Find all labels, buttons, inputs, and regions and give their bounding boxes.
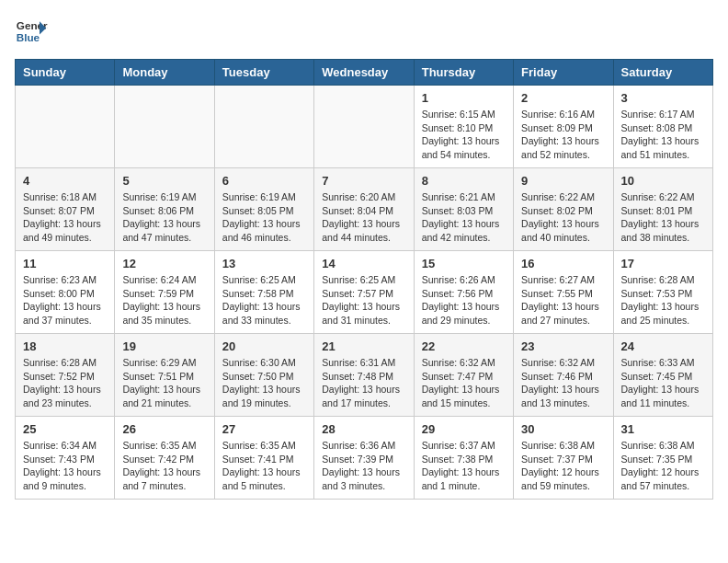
calendar-cell: 28Sunrise: 6:36 AM Sunset: 7:39 PM Dayli… bbox=[314, 417, 414, 500]
day-info: Sunrise: 6:15 AM Sunset: 8:10 PM Dayligh… bbox=[422, 108, 506, 162]
day-number: 10 bbox=[621, 174, 705, 188]
calendar-cell: 22Sunrise: 6:32 AM Sunset: 7:47 PM Dayli… bbox=[414, 334, 513, 417]
weekday-header-tuesday: Tuesday bbox=[214, 60, 313, 86]
day-number: 26 bbox=[122, 422, 206, 436]
day-number: 25 bbox=[23, 422, 107, 436]
day-number: 23 bbox=[521, 339, 605, 353]
page-header: General Blue bbox=[15, 15, 713, 48]
calendar-cell: 21Sunrise: 6:31 AM Sunset: 7:48 PM Dayli… bbox=[314, 334, 414, 417]
calendar-cell: 20Sunrise: 6:30 AM Sunset: 7:50 PM Dayli… bbox=[214, 334, 313, 417]
day-number: 5 bbox=[122, 174, 206, 188]
weekday-header-monday: Monday bbox=[115, 60, 214, 86]
day-info: Sunrise: 6:28 AM Sunset: 7:53 PM Dayligh… bbox=[621, 273, 705, 327]
day-number: 24 bbox=[621, 339, 705, 353]
day-info: Sunrise: 6:33 AM Sunset: 7:45 PM Dayligh… bbox=[621, 356, 705, 410]
calendar-cell: 2Sunrise: 6:16 AM Sunset: 8:09 PM Daylig… bbox=[514, 86, 613, 168]
day-number: 15 bbox=[422, 257, 506, 270]
calendar-cell: 31Sunrise: 6:38 AM Sunset: 7:35 PM Dayli… bbox=[613, 417, 712, 500]
day-number: 8 bbox=[422, 174, 506, 188]
calendar-week-4: 18Sunrise: 6:28 AM Sunset: 7:52 PM Dayli… bbox=[16, 334, 713, 417]
day-number: 20 bbox=[222, 339, 306, 353]
day-info: Sunrise: 6:28 AM Sunset: 7:52 PM Dayligh… bbox=[23, 356, 107, 410]
day-number: 2 bbox=[521, 91, 605, 105]
calendar-cell: 24Sunrise: 6:33 AM Sunset: 7:45 PM Dayli… bbox=[613, 334, 712, 417]
day-number: 1 bbox=[422, 91, 506, 105]
day-info: Sunrise: 6:26 AM Sunset: 7:56 PM Dayligh… bbox=[422, 273, 506, 327]
logo-icon: General Blue bbox=[15, 15, 48, 48]
weekday-header-saturday: Saturday bbox=[613, 60, 712, 86]
day-number: 28 bbox=[322, 422, 405, 436]
day-info: Sunrise: 6:35 AM Sunset: 7:41 PM Dayligh… bbox=[222, 439, 306, 493]
day-number: 6 bbox=[222, 174, 306, 188]
calendar-cell: 8Sunrise: 6:21 AM Sunset: 8:03 PM Daylig… bbox=[414, 168, 513, 251]
calendar-cell bbox=[16, 86, 115, 168]
calendar-cell: 13Sunrise: 6:25 AM Sunset: 7:58 PM Dayli… bbox=[214, 251, 313, 334]
weekday-header-thursday: Thursday bbox=[414, 60, 513, 86]
calendar-cell: 11Sunrise: 6:23 AM Sunset: 8:00 PM Dayli… bbox=[16, 251, 115, 334]
day-info: Sunrise: 6:31 AM Sunset: 7:48 PM Dayligh… bbox=[322, 356, 405, 410]
day-info: Sunrise: 6:21 AM Sunset: 8:03 PM Dayligh… bbox=[422, 190, 506, 245]
calendar-cell: 29Sunrise: 6:37 AM Sunset: 7:38 PM Dayli… bbox=[414, 417, 513, 500]
calendar-cell: 3Sunrise: 6:17 AM Sunset: 8:08 PM Daylig… bbox=[613, 86, 712, 168]
calendar-week-2: 4Sunrise: 6:18 AM Sunset: 8:07 PM Daylig… bbox=[16, 168, 713, 251]
day-number: 13 bbox=[222, 257, 306, 270]
weekday-header-row: SundayMondayTuesdayWednesdayThursdayFrid… bbox=[16, 60, 713, 86]
logo: General Blue bbox=[15, 15, 51, 48]
day-number: 30 bbox=[521, 422, 605, 436]
svg-text:Blue: Blue bbox=[17, 31, 40, 43]
calendar-cell bbox=[115, 86, 214, 168]
day-info: Sunrise: 6:32 AM Sunset: 7:47 PM Dayligh… bbox=[422, 356, 506, 410]
day-info: Sunrise: 6:27 AM Sunset: 7:55 PM Dayligh… bbox=[521, 273, 605, 327]
day-number: 12 bbox=[122, 257, 206, 270]
day-number: 3 bbox=[621, 91, 705, 105]
day-info: Sunrise: 6:30 AM Sunset: 7:50 PM Dayligh… bbox=[222, 356, 306, 410]
calendar-cell: 23Sunrise: 6:32 AM Sunset: 7:46 PM Dayli… bbox=[514, 334, 613, 417]
day-info: Sunrise: 6:16 AM Sunset: 8:09 PM Dayligh… bbox=[521, 108, 605, 162]
day-info: Sunrise: 6:38 AM Sunset: 7:35 PM Dayligh… bbox=[621, 439, 705, 493]
day-info: Sunrise: 6:24 AM Sunset: 7:59 PM Dayligh… bbox=[122, 273, 206, 327]
day-info: Sunrise: 6:22 AM Sunset: 8:02 PM Dayligh… bbox=[521, 190, 605, 245]
day-info: Sunrise: 6:34 AM Sunset: 7:43 PM Dayligh… bbox=[23, 439, 107, 493]
calendar-cell: 25Sunrise: 6:34 AM Sunset: 7:43 PM Dayli… bbox=[16, 417, 115, 500]
calendar-cell: 5Sunrise: 6:19 AM Sunset: 8:06 PM Daylig… bbox=[115, 168, 214, 251]
calendar-cell: 9Sunrise: 6:22 AM Sunset: 8:02 PM Daylig… bbox=[514, 168, 613, 251]
day-info: Sunrise: 6:23 AM Sunset: 8:00 PM Dayligh… bbox=[23, 273, 107, 327]
calendar-cell: 17Sunrise: 6:28 AM Sunset: 7:53 PM Dayli… bbox=[613, 251, 712, 334]
calendar-cell: 15Sunrise: 6:26 AM Sunset: 7:56 PM Dayli… bbox=[414, 251, 513, 334]
day-info: Sunrise: 6:17 AM Sunset: 8:08 PM Dayligh… bbox=[621, 108, 705, 162]
calendar-cell: 19Sunrise: 6:29 AM Sunset: 7:51 PM Dayli… bbox=[115, 334, 214, 417]
day-number: 9 bbox=[521, 174, 605, 188]
calendar-cell: 27Sunrise: 6:35 AM Sunset: 7:41 PM Dayli… bbox=[214, 417, 313, 500]
day-number: 21 bbox=[322, 339, 405, 353]
day-info: Sunrise: 6:25 AM Sunset: 7:58 PM Dayligh… bbox=[222, 273, 306, 327]
day-number: 7 bbox=[322, 174, 405, 188]
day-info: Sunrise: 6:38 AM Sunset: 7:37 PM Dayligh… bbox=[521, 439, 605, 493]
day-info: Sunrise: 6:19 AM Sunset: 8:05 PM Dayligh… bbox=[222, 190, 306, 245]
calendar-cell: 4Sunrise: 6:18 AM Sunset: 8:07 PM Daylig… bbox=[16, 168, 115, 251]
day-info: Sunrise: 6:37 AM Sunset: 7:38 PM Dayligh… bbox=[422, 439, 506, 493]
day-number: 16 bbox=[521, 257, 605, 270]
calendar-cell: 30Sunrise: 6:38 AM Sunset: 7:37 PM Dayli… bbox=[514, 417, 613, 500]
day-number: 11 bbox=[23, 257, 107, 270]
day-number: 27 bbox=[222, 422, 306, 436]
day-info: Sunrise: 6:25 AM Sunset: 7:57 PM Dayligh… bbox=[322, 273, 405, 327]
calendar-cell: 26Sunrise: 6:35 AM Sunset: 7:42 PM Dayli… bbox=[115, 417, 214, 500]
day-info: Sunrise: 6:19 AM Sunset: 8:06 PM Dayligh… bbox=[122, 190, 206, 245]
day-number: 31 bbox=[621, 422, 705, 436]
calendar-cell bbox=[314, 86, 414, 168]
calendar-cell: 14Sunrise: 6:25 AM Sunset: 7:57 PM Dayli… bbox=[314, 251, 414, 334]
calendar-cell: 1Sunrise: 6:15 AM Sunset: 8:10 PM Daylig… bbox=[414, 86, 513, 168]
day-info: Sunrise: 6:36 AM Sunset: 7:39 PM Dayligh… bbox=[322, 439, 405, 493]
calendar-cell: 10Sunrise: 6:22 AM Sunset: 8:01 PM Dayli… bbox=[613, 168, 712, 251]
calendar-cell: 16Sunrise: 6:27 AM Sunset: 7:55 PM Dayli… bbox=[514, 251, 613, 334]
weekday-header-wednesday: Wednesday bbox=[314, 60, 414, 86]
day-info: Sunrise: 6:29 AM Sunset: 7:51 PM Dayligh… bbox=[122, 356, 206, 410]
day-number: 22 bbox=[422, 339, 506, 353]
day-info: Sunrise: 6:35 AM Sunset: 7:42 PM Dayligh… bbox=[122, 439, 206, 493]
day-info: Sunrise: 6:32 AM Sunset: 7:46 PM Dayligh… bbox=[521, 356, 605, 410]
day-info: Sunrise: 6:22 AM Sunset: 8:01 PM Dayligh… bbox=[621, 190, 705, 245]
calendar-cell bbox=[214, 86, 313, 168]
calendar-cell: 7Sunrise: 6:20 AM Sunset: 8:04 PM Daylig… bbox=[314, 168, 414, 251]
calendar-table: SundayMondayTuesdayWednesdayThursdayFrid… bbox=[15, 59, 713, 500]
calendar-cell: 12Sunrise: 6:24 AM Sunset: 7:59 PM Dayli… bbox=[115, 251, 214, 334]
